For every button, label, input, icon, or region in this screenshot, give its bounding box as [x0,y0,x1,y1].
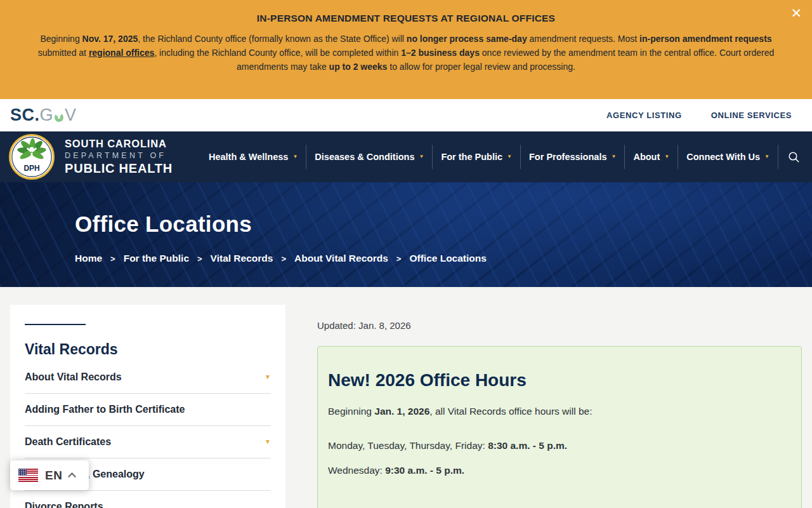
brand-line-1: SOUTH CAROLINA [65,138,173,150]
utility-bar: SC.GV AGENCY LISTING ONLINE SERVICES [0,99,812,131]
breadcrumb-for-the-public[interactable]: For the Public [124,253,189,264]
chevron-down-icon: ▼ [611,154,616,159]
banner-text: , the Richland County office (formally k… [138,34,407,44]
updated-date: Updated: Jan. 8, 2026 [317,320,802,331]
nav-menu: Health & Wellness ▼ Diseases & Condition… [200,131,803,182]
chevron-down-icon: ▼ [664,154,669,159]
office-hours-weekdays: Monday, Tuesday, Thursday, Friday: 8:30 … [328,439,791,453]
chevron-down-icon: ▼ [265,439,271,445]
brand-wordmark: SOUTH CAROLINA DEPARTMENT OF PUBLIC HEAL… [65,138,173,176]
banner-text: Beginning [40,34,82,44]
banner-bold: up to 2 weeks [329,62,388,72]
hours-text: Monday, Tuesday, Thursday, Friday: [328,440,488,451]
agency-listing-link[interactable]: AGENCY LISTING [606,110,682,120]
chevron-down-icon: ▼ [292,154,298,159]
regional-offices-link[interactable]: regional offices [89,48,154,58]
banner-bold: in-person amendment requests [639,34,772,44]
office-hours-title: New! 2026 Office Hours [328,370,791,391]
nav-item-about[interactable]: About ▼ [625,152,678,162]
language-selector[interactable]: EN [10,460,89,490]
office-hours-intro: Beginning Jan. 1, 2026, all Vital Record… [328,404,791,418]
dph-tree-icon: DPH [11,136,53,178]
nav-item-health-wellness[interactable]: Health & Wellness ▼ [200,152,306,162]
online-services-link[interactable]: ONLINE SERVICES [711,110,792,120]
nav-item-label: For Professionals [529,152,606,162]
chevron-down-icon: ▼ [419,154,424,159]
hours-text: Beginning [328,406,374,417]
hero-section: Office Locations Home > For the Public >… [0,182,812,287]
nav-item-for-the-public[interactable]: For the Public ▼ [433,152,520,162]
sidebar-item-divorce-reports[interactable]: Divorce Reports [25,491,271,508]
search-icon [787,150,801,164]
us-flag-icon [18,469,38,482]
brand-line-3: PUBLIC HEALTH [65,161,173,176]
sidebar-item-adding-father[interactable]: Adding Father to Birth Certificate [25,394,271,426]
office-hours-card: New! 2026 Office Hours Beginning Jan. 1,… [317,346,802,508]
hours-text: Wednesday: [328,465,385,476]
scgov-logo-dot: . [35,105,40,125]
dph-logo[interactable]: DPH [9,134,55,180]
crescent-moon-icon [54,112,63,122]
banner-bold: 1–2 business days [401,48,480,58]
nav-item-label: Diseases & Conditions [315,152,414,162]
hours-bold-date: Jan. 1, 2026 [374,406,429,417]
chevron-up-icon [69,472,77,481]
chevron-down-icon: ▼ [507,154,512,159]
breadcrumb-current-page: Office Locations [409,253,486,264]
office-hours-wednesday: Wednesday: 9:30 a.m. - 5 p.m. [328,464,791,478]
svg-text:DPH: DPH [23,164,39,173]
sidebar-item-label-visible: , Genealogy [87,469,145,479]
hours-bold-time: 9:30 a.m. - 5 p.m. [385,465,464,476]
scgov-logo-g: G [40,105,54,125]
alert-banner-title: IN-PERSON AMENDMENT REQUESTS AT REGIONAL… [30,13,782,24]
nav-item-label: Health & Wellness [209,152,288,162]
nav-item-label: For the Public [441,152,502,162]
scgov-logo[interactable]: SC.GV [10,105,77,125]
breadcrumb-home[interactable]: Home [75,253,102,264]
breadcrumb-separator: > [396,254,402,264]
banner-text: amendment requests. Most [527,34,639,44]
breadcrumb-vital-records[interactable]: Vital Records [211,253,273,264]
nav-item-label: About [633,152,660,162]
close-icon[interactable]: ✕ [790,6,802,20]
alert-banner: IN-PERSON AMENDMENT REQUESTS AT REGIONAL… [0,0,812,99]
hours-bold-time: 8:30 a.m. - 5 p.m. [488,440,567,451]
language-code: EN [45,469,62,483]
utility-links: AGENCY LISTING ONLINE SERVICES [606,110,802,120]
main-nav: DPH SOUTH CAROLINA DEPARTMENT OF PUBLIC … [0,131,812,182]
scgov-logo-sc: SC [10,105,35,125]
sidebar-item-death-certificates[interactable]: Death Certificates ▼ [25,426,271,458]
banner-text: , including the Richland County office, … [154,48,401,58]
sidebar-accent-rule [25,324,86,325]
breadcrumb-about-vital-records[interactable]: About Vital Records [294,253,388,264]
breadcrumb-separator: > [281,254,286,264]
sidebar-heading: Vital Records [25,341,271,358]
sidebar-item-label: Adding Father to Birth Certificate [25,404,185,415]
sidebar-item-label: About Vital Records [25,371,122,383]
banner-bold: no longer process same-day [407,34,527,44]
banner-text: submitted at [38,48,89,58]
chevron-down-icon: ▼ [265,374,271,380]
nav-item-for-professionals[interactable]: For Professionals ▼ [521,152,624,162]
sidebar-item-label: Death Certificates [25,436,111,448]
nav-item-label: Connect With Us [686,152,760,162]
nav-item-diseases-conditions[interactable]: Diseases & Conditions ▼ [306,152,432,162]
breadcrumb-separator: > [197,254,202,264]
search-button[interactable] [778,150,803,164]
brand-line-2: DEPARTMENT OF [65,151,173,160]
content-area: Vital Records About Vital Records ▼ Addi… [0,287,812,508]
page-title: Office Locations [75,211,812,237]
breadcrumb-separator: > [110,254,115,264]
alert-banner-body: Beginning Nov. 17, 2025, the Richland Co… [30,32,782,74]
hours-text: , all Vital Records office hours will be… [429,406,592,417]
main-column: Updated: Jan. 8, 2026 New! 2026 Office H… [317,305,802,508]
scgov-logo-v: V [65,105,77,125]
sidebar-item-about-vital-records[interactable]: About Vital Records ▼ [25,361,271,394]
chevron-down-icon: ▼ [764,154,769,159]
nav-item-connect-with-us[interactable]: Connect With Us ▼ [678,152,778,162]
sidebar-item-label: Divorce Reports [25,501,103,508]
breadcrumb: Home > For the Public > Vital Records > … [75,253,812,264]
banner-bold-date: Nov. 17, 2025 [82,34,138,44]
banner-text: to allow for proper legal review and pro… [387,62,575,72]
